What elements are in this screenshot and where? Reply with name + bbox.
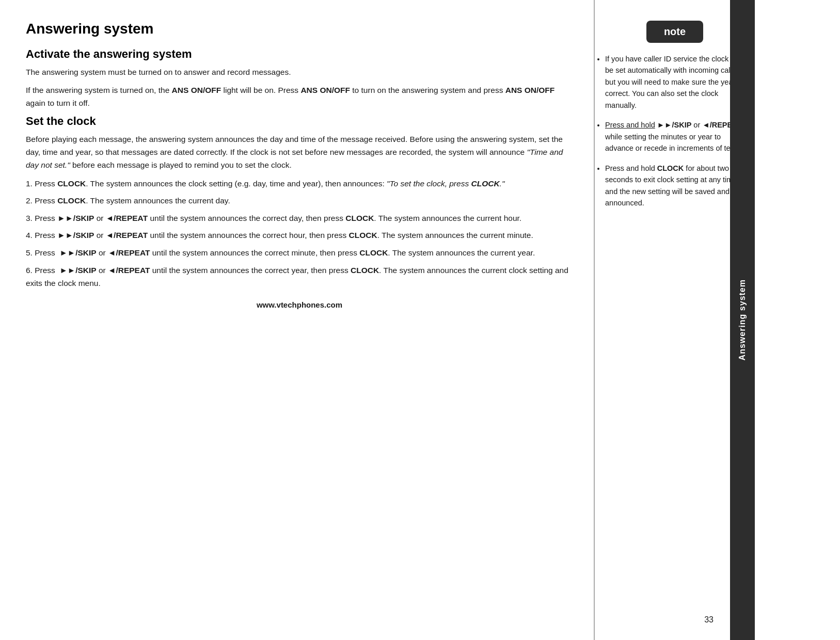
clock-steps: 1. Press CLOCK. The system announces the…	[26, 177, 573, 290]
step-6: 6. Press ►►/SKIP or ◄/REPEAT until the s…	[26, 264, 573, 290]
step-2: 2. Press CLOCK. The system announces the…	[26, 194, 573, 207]
note-label: note	[664, 26, 686, 37]
note-bullet-1: If you have caller ID service the clock …	[605, 53, 744, 111]
activate-para-2: If the answering system is turned on, th…	[26, 84, 573, 110]
note-bullet-2: Press and hold ►►/SKIP or ◄/REPEAT while…	[605, 119, 744, 154]
right-sidebar: note If you have caller ID service the c…	[595, 0, 755, 640]
section-title-activate: Activate the answering system	[26, 47, 573, 61]
note-bullet-3: Press and hold CLOCK for about two secon…	[605, 163, 744, 209]
note-box: note	[646, 21, 703, 43]
section-title-clock: Set the clock	[26, 115, 573, 128]
sidebar-label: Answering system	[738, 279, 747, 360]
step-3: 3. Press ►►/SKIP or ◄/REPEAT until the s…	[26, 212, 573, 225]
step-5: 5. Press ►►/SKIP or ◄/REPEAT until the s…	[26, 246, 573, 260]
sidebar-label-wrap: Answering system	[730, 0, 755, 640]
clock-intro: Before playing each message, the answeri…	[26, 133, 573, 171]
page-number: 33	[704, 615, 714, 625]
main-content: Answering system Activate the answering …	[0, 0, 594, 640]
page-title: Answering system	[26, 21, 573, 37]
activate-para-1: The answering system must be turned on t…	[26, 66, 573, 79]
step-4: 4. Press ►►/SKIP or ◄/REPEAT until the s…	[26, 229, 573, 242]
footer-url: www.vtechphones.com	[26, 300, 573, 309]
step-1: 1. Press CLOCK. The system announces the…	[26, 177, 573, 190]
